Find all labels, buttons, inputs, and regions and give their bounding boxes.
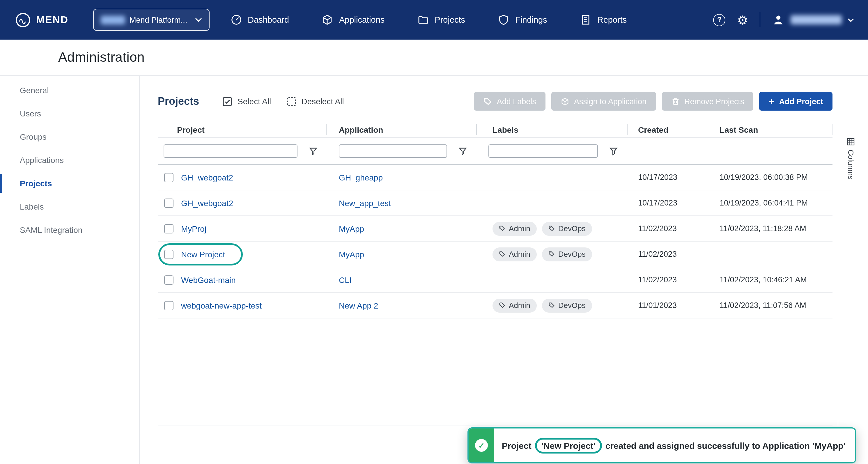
column-header-last-scan[interactable]: Last Scan: [710, 122, 833, 137]
project-filter-input[interactable]: [163, 144, 298, 158]
row-checkbox[interactable]: [164, 224, 174, 233]
sidebar-item-labels[interactable]: Labels: [0, 195, 139, 218]
sidebar-item-label: Users: [20, 109, 41, 118]
nav-item-dashboard[interactable]: Dashboard: [230, 14, 289, 26]
tag-icon: [499, 251, 505, 257]
row-checkbox-cell: [158, 301, 181, 310]
sidebar-item-label: Labels: [20, 202, 44, 211]
deselect-all-button[interactable]: Deselect All: [286, 96, 344, 106]
sidebar-item-saml-integration[interactable]: SAML Integration: [0, 218, 139, 242]
add-project-button[interactable]: + Add Project: [760, 92, 833, 111]
application-link[interactable]: GH_gheapp: [339, 173, 383, 182]
columns-picker-button[interactable]: Columns: [838, 122, 863, 426]
tag-icon: [484, 97, 492, 106]
row-checkbox[interactable]: [164, 275, 174, 284]
gear-icon[interactable]: ⚙: [737, 14, 748, 26]
sidebar-item-users[interactable]: Users: [0, 102, 139, 125]
application-cell: GH_gheapp: [327, 172, 477, 183]
add-labels-button[interactable]: Add Labels: [474, 92, 546, 111]
last-scan-value: 10/19/2023, 06:04:41 PM: [710, 198, 833, 207]
mend-logo[interactable]: MEND: [15, 12, 68, 28]
filter-funnel-icon[interactable]: [459, 147, 467, 155]
application-link[interactable]: MyApp: [339, 249, 364, 259]
project-link[interactable]: MyProj: [181, 224, 206, 233]
project-link[interactable]: GH_webgoat2: [181, 173, 233, 182]
last-scan-value: 11/02/2023, 10:46:21 AM: [710, 275, 833, 284]
last-scan-value: 11/02/2023, 11:18:28 AM: [710, 224, 833, 233]
row-checkbox-cell: [158, 249, 181, 259]
filter-funnel-icon[interactable]: [309, 147, 317, 155]
labels-cell: AdminDevOps: [477, 298, 627, 312]
project-link[interactable]: WebGoat-main: [181, 275, 236, 284]
sidebar-item-label: General: [20, 86, 49, 95]
sidebar-item-groups[interactable]: Groups: [0, 125, 139, 149]
add-project-label: Add Project: [779, 97, 823, 106]
row-checkbox[interactable]: [164, 301, 174, 310]
created-value: 11/02/2023: [627, 224, 710, 233]
table-row: MyProj MyApp AdminDevOps 11/02/2023 11/0…: [158, 216, 833, 242]
application-cell: MyApp: [327, 249, 477, 259]
help-icon[interactable]: ?: [713, 14, 725, 26]
application-link[interactable]: New_app_test: [339, 198, 391, 208]
column-header-project[interactable]: Project: [158, 122, 327, 137]
project-cell: webgoat-new-app-test: [181, 300, 327, 311]
column-header-labels[interactable]: Labels: [477, 122, 627, 137]
project-link[interactable]: GH_webgoat2: [181, 198, 233, 208]
sidebar-item-applications[interactable]: Applications: [0, 149, 139, 172]
navbar-right: ? ⚙: [713, 12, 854, 27]
page-title: Administration: [58, 50, 145, 65]
findings-shield-icon: [498, 14, 509, 26]
label-badge: DevOps: [542, 247, 592, 261]
application-link[interactable]: CLI: [339, 275, 352, 284]
nav-item-findings[interactable]: Findings: [498, 14, 547, 26]
row-checkbox-cell: [158, 198, 181, 208]
nav-item-projects[interactable]: Projects: [417, 14, 465, 26]
sidebar-item-general[interactable]: General: [0, 79, 139, 102]
dashboard-icon: [230, 14, 242, 26]
assign-to-application-button[interactable]: Assign to Application: [551, 92, 656, 111]
tag-icon: [499, 302, 505, 309]
deselect-all-label: Deselect All: [301, 97, 344, 106]
deselect-all-icon: [286, 96, 296, 106]
project-cell: GH_webgoat2: [181, 198, 327, 208]
application-link[interactable]: MyApp: [339, 224, 364, 233]
select-all-button[interactable]: Select All: [222, 96, 271, 106]
created-value: 10/17/2023: [627, 173, 710, 182]
admin-sidebar: General Users Groups Applications Projec…: [0, 76, 140, 464]
nav-item-reports[interactable]: Reports: [580, 14, 627, 26]
row-checkbox[interactable]: [164, 198, 174, 208]
select-all-label: Select All: [238, 97, 271, 106]
tag-icon: [548, 251, 555, 257]
chevron-down-icon: [848, 18, 854, 22]
toast-message-prefix: Project: [502, 440, 531, 450]
toast-message-suffix: created and assigned successfully to App…: [606, 440, 845, 450]
user-avatar-icon: [772, 13, 785, 26]
created-value: 10/17/2023: [627, 198, 710, 207]
success-toast: ✓ Project 'New Project' created and assi…: [467, 427, 856, 463]
application-filter-input[interactable]: [339, 144, 447, 158]
columns-grid-icon: [847, 138, 855, 146]
column-header-created[interactable]: Created: [627, 122, 710, 137]
remove-projects-button[interactable]: Remove Projects: [662, 92, 754, 111]
org-selector-dropdown[interactable]: Mend Platform...: [93, 9, 209, 31]
table-row: New Project MyApp AdminDevOps 11/02/2023: [158, 242, 833, 267]
project-cell: MyProj: [181, 223, 327, 234]
mend-logo-icon: [15, 12, 31, 28]
row-checkbox[interactable]: [164, 249, 174, 259]
select-all-checkbox-icon: [222, 96, 232, 106]
application-link[interactable]: New App 2: [339, 301, 378, 310]
project-filter-cell: [158, 144, 327, 158]
project-link[interactable]: New Project: [181, 249, 225, 259]
nav-item-applications[interactable]: Applications: [322, 14, 384, 26]
user-menu[interactable]: [772, 13, 854, 26]
filter-funnel-icon[interactable]: [610, 147, 618, 155]
labels-filter-input[interactable]: [489, 144, 598, 158]
row-checkbox[interactable]: [164, 173, 174, 182]
sidebar-item-projects[interactable]: Projects: [0, 172, 139, 195]
column-header-application[interactable]: Application: [327, 122, 477, 137]
sidebar-item-label: SAML Integration: [20, 225, 82, 235]
project-link[interactable]: webgoat-new-app-test: [181, 301, 262, 310]
reports-icon: [580, 14, 591, 26]
created-value: 11/02/2023: [627, 250, 710, 258]
application-cell: New App 2: [327, 300, 477, 311]
